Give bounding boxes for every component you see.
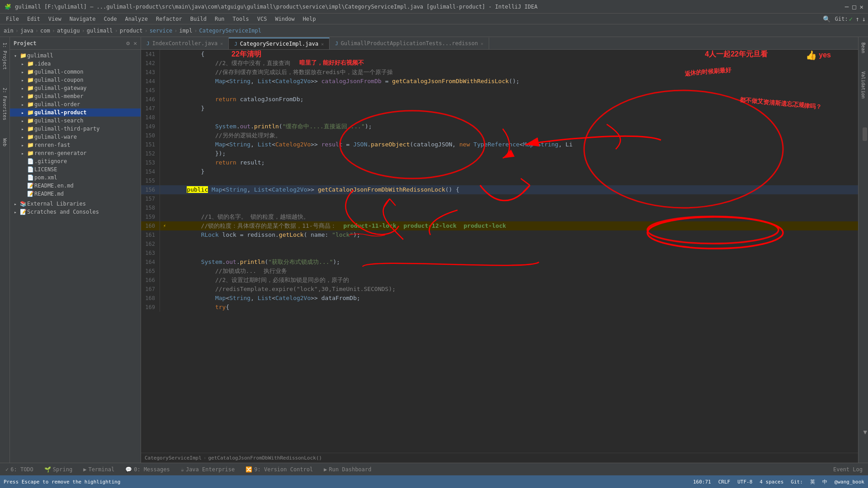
tree-item-pom[interactable]: 📄 pom.xml — [10, 174, 141, 182]
tree-item-common[interactable]: ▸ 📁 gulimall-common — [10, 68, 141, 76]
tab-spring[interactable]: 🌱 Spring — [42, 465, 74, 474]
close-button[interactable]: ✕ — [860, 3, 863, 10]
tree-item-idea[interactable]: ▸ 📁 .idea — [10, 60, 141, 68]
sidebar-bean-label[interactable]: Bean — [860, 39, 867, 57]
minimize-button[interactable]: ─ — [845, 3, 849, 10]
code-line-160: 160 ⚡ //锁的粒度：具体缓存的是某个数据，11-号商品： product-… — [141, 221, 858, 230]
tree-item-gateway[interactable]: ▸ 📁 gulimall-gateway — [10, 84, 141, 92]
tab-java-enterprise[interactable]: ☕ Java Enterprise — [179, 465, 237, 474]
maximize-button[interactable]: □ — [852, 3, 856, 10]
status-indent[interactable]: 4 spaces — [760, 479, 783, 485]
status-ime: 中 — [822, 479, 827, 485]
tree-item-external-libraries[interactable]: ▸ 📚 External Libraries — [10, 200, 141, 208]
git-update[interactable]: ↑ — [855, 15, 859, 23]
scrollbar-thumb[interactable] — [863, 127, 867, 141]
tab-terminal[interactable]: ▶ Terminal — [81, 465, 116, 474]
tab-version-control[interactable]: 🔀 9: Version Control — [244, 465, 315, 474]
status-position[interactable]: 160:71 — [693, 479, 711, 485]
code-line-155: 155 — [141, 176, 858, 185]
code-line-163: 163 — [141, 249, 858, 258]
tab-todo[interactable]: ✓ 6: TODO — [4, 465, 35, 474]
nav-gulimall[interactable]: gulimall — [87, 28, 113, 34]
code-line-157: 157 — [141, 194, 858, 203]
nav-product[interactable]: product — [120, 28, 143, 34]
tab-indexcontroller[interactable]: J IndexController.java ✕ — [141, 38, 229, 49]
menu-file[interactable]: File — [2, 15, 23, 23]
menu-edit[interactable]: Edit — [24, 15, 44, 23]
tab-close-active-icon[interactable]: ✕ — [321, 42, 324, 47]
nav-categoryserviceimpl[interactable]: CategoryServiceImpl — [199, 28, 261, 34]
code-line-156: 156 public Map<String, List<Catelog2Vo>>… — [141, 185, 858, 194]
scroll-to-bottom-button[interactable]: ▼ — [863, 428, 867, 436]
tree-item-renren-fast[interactable]: ▸ 📁 renren-fast — [10, 141, 141, 149]
event-log-tab[interactable]: Event Log — [831, 465, 864, 474]
tab-close-icon[interactable]: ✕ — [220, 41, 223, 46]
menu-vcs[interactable]: VCS — [254, 15, 271, 23]
code-editor[interactable]: 141 { 142 //2、缓存中没有，直接查询 143 — [141, 50, 858, 453]
app-icon: 🧩 — [5, 4, 11, 10]
code-line-169: 169 try{ — [141, 303, 858, 312]
menu-build[interactable]: Build — [187, 15, 210, 23]
tree-item-scratches[interactable]: ▸ 📝 Scratches and Consoles — [10, 208, 141, 216]
tab-close-test-icon[interactable]: ✕ — [481, 41, 483, 46]
code-line-166: 166 //2、设置过期时间，必须和加锁是同步的，原子的 — [141, 276, 858, 285]
tab-icon: J — [146, 41, 150, 47]
menu-run[interactable]: Run — [211, 15, 228, 23]
menu-analyze[interactable]: Analyze — [121, 15, 151, 23]
tree-item-gitignore[interactable]: 📄 .gitignore — [10, 157, 141, 165]
menu-window[interactable]: Window — [271, 15, 298, 23]
project-tree: ▾ 📁 gulimall ▸ 📁 .idea ▸ 📁 gulimall-comm… — [10, 50, 141, 463]
tab-categoryserviceimpl[interactable]: J CategoryServiceImpl.java ✕ — [229, 38, 330, 49]
code-line-159: 159 //1、锁的名字。 锁的粒度，越细越快。 — [141, 212, 858, 221]
code-line-150: 150 //另外的逻辑处理对象。 — [141, 131, 858, 140]
menu-tools[interactable]: Tools — [229, 15, 253, 23]
menu-refactor[interactable]: Refactor — [152, 15, 186, 23]
statusbar: Press Escape to remove the highlighting … — [0, 475, 868, 488]
sidebar-project-icon[interactable]: 1: Project — [1, 39, 8, 73]
editor-area: J IndexController.java ✕ J CategoryServi… — [141, 37, 858, 463]
status-charset[interactable]: UTF-8 — [737, 479, 752, 485]
tab-label: IndexController.java — [152, 40, 218, 47]
bc-item-method[interactable]: getCatalogJsonFromDbWithRedissonLock() — [208, 455, 322, 461]
nav-impl[interactable]: impl — [179, 28, 192, 34]
git-checkmark[interactable]: ✓ — [849, 15, 853, 23]
tree-item-renren-generator[interactable]: ▸ 📁 renren-generator — [10, 149, 141, 157]
tab-messages[interactable]: 💬 0: Messages — [123, 465, 171, 474]
nav-com[interactable]: com — [40, 28, 50, 34]
nav-service[interactable]: service — [150, 28, 173, 34]
code-line-151: 151 Map<String, List<Catelog2Vo>> result… — [141, 140, 858, 149]
tree-item-order[interactable]: ▸ 📁 gulimall-order — [10, 100, 141, 108]
nav-ain[interactable]: ain — [4, 28, 14, 34]
menu-code[interactable]: Code — [100, 15, 121, 23]
git-push[interactable]: ↓ — [862, 15, 866, 23]
tree-item-third-party[interactable]: ▸ 📁 gulimall-third-party — [10, 125, 141, 133]
panel-close-icon[interactable]: ✕ — [133, 40, 137, 47]
tab-run-dashboard[interactable]: ▶ Run Dashboard — [322, 465, 373, 474]
tree-item-readme[interactable]: 📝 README.md — [10, 190, 141, 198]
tree-item-search[interactable]: ▸ 📁 gulimall-search — [10, 117, 141, 125]
code-line-142: 142 //2、缓存中没有，直接查询 — [141, 59, 858, 68]
spring-label: Spring — [53, 466, 72, 473]
tree-item-member[interactable]: ▸ 📁 gulimall-member — [10, 92, 141, 100]
menubar: File Edit View Navigate Code Analyze Ref… — [0, 14, 868, 24]
nav-java[interactable]: java — [20, 28, 33, 34]
tree-item-ware[interactable]: ▸ 📁 gulimall-ware — [10, 133, 141, 141]
tab-gulimalltest[interactable]: J GulimallProductApplicationTests...redi… — [330, 38, 489, 49]
sidebar-web-icon[interactable]: Web — [1, 135, 8, 150]
version-control-label: 9: Version Control — [254, 466, 313, 473]
search-icon[interactable]: 🔍 — [823, 15, 830, 23]
menu-help[interactable]: Help — [299, 15, 320, 23]
tree-item-license[interactable]: 📄 LICENSE — [10, 165, 141, 174]
tree-item-coupon[interactable]: ▸ 📁 gulimall-coupon — [10, 76, 141, 84]
sidebar-validation-label[interactable]: Validation — [860, 68, 867, 102]
panel-settings-icon[interactable]: ⚙ — [126, 40, 130, 47]
bc-item-categoryserviceimpl[interactable]: CategoryServiceImpl — [145, 455, 202, 461]
nav-atguigu[interactable]: atguigu — [57, 28, 80, 34]
menu-view[interactable]: View — [45, 15, 65, 23]
tree-item-readme-en[interactable]: 📝 README.en.md — [10, 182, 141, 190]
sidebar-favorites-icon[interactable]: 2: Favorites — [1, 84, 8, 124]
tree-item-gulimall[interactable]: ▾ 📁 gulimall — [10, 52, 141, 60]
tree-item-product[interactable]: ▸ 📁 gulimall-product — [10, 108, 141, 117]
status-crlf[interactable]: CRLF — [718, 479, 731, 485]
menu-navigate[interactable]: Navigate — [66, 15, 99, 23]
